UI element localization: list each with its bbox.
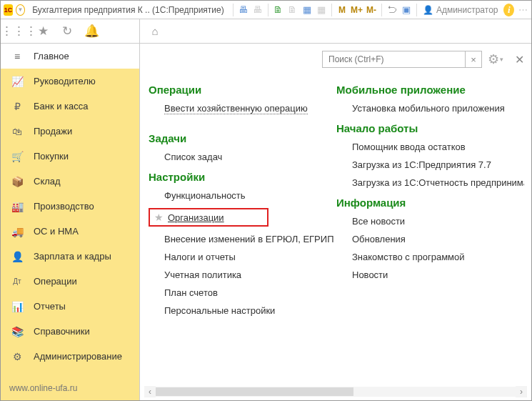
sidebar-item-label: Банк и касса <box>34 101 89 112</box>
sidebar-item-operations[interactable]: Дт Операции <box>1 269 139 294</box>
left-column: Операции Ввести хозяйственную операцию З… <box>149 75 336 323</box>
user-icon: 👤 <box>423 5 433 15</box>
sidebar-item-label: Руководителю <box>34 76 96 86</box>
link-accounting-policy[interactable]: Учетная политика <box>164 269 336 280</box>
link-organizations[interactable]: Организации <box>168 212 224 223</box>
link-egrul[interactable]: Внесение изменений в ЕГРЮЛ, ЕГРИП <box>164 234 336 244</box>
search-clear-icon[interactable]: × <box>465 51 482 68</box>
sidebar-item-label: Продажи <box>34 126 72 137</box>
panel-columns: Операции Ввести хозяйственную операцию З… <box>140 75 531 323</box>
sidebar-item-label: Зарплата и кадры <box>34 251 111 262</box>
home-icon[interactable]: ⌂ <box>147 24 163 39</box>
sidebar-item-warehouse[interactable]: 📦 Склад <box>1 169 139 194</box>
debit-credit-icon: Дт <box>11 277 24 285</box>
toolbar-row: ⋮⋮⋮ ★ ↻ 🔔 ⌂ <box>1 19 531 44</box>
memory-mplus-icon[interactable]: M+ <box>351 3 363 17</box>
link-all-news[interactable]: Все новости <box>352 216 524 227</box>
right-column: Мобильное приложение Установка мобильног… <box>336 75 524 323</box>
section-title-operations: Операции <box>149 84 336 96</box>
section-title-settings: Настройки <box>149 171 336 183</box>
close-panel-icon[interactable]: ✕ <box>515 53 524 66</box>
link-updates[interactable]: Обновления <box>352 234 524 244</box>
sidebar-item-catalogs[interactable]: 📚 Справочники <box>1 319 139 344</box>
separator <box>381 4 382 16</box>
separator <box>331 4 332 16</box>
sidebar-item-label: Производство <box>34 201 94 212</box>
user-name: Администратор <box>436 5 498 15</box>
content-panel: × ⚙▾ ✕ Операции Ввести хозяйственную опе… <box>140 44 531 400</box>
scroll-right-icon[interactable]: › <box>516 386 527 397</box>
sidebar-item-salary[interactable]: 👤 Зарплата и кадры <box>1 244 139 269</box>
link-news[interactable]: Новости <box>352 269 524 280</box>
sidebar-item-admin[interactable]: ⚙ Администрирование <box>1 344 139 369</box>
apps-icon[interactable]: ⋮⋮⋮ <box>11 24 26 39</box>
link-intro[interactable]: Знакомство с программой <box>352 252 524 262</box>
person-icon: 👤 <box>11 251 24 262</box>
memory-mminus-icon[interactable]: M- <box>366 3 377 17</box>
panel-toolbar: × ⚙▾ ✕ <box>140 44 531 75</box>
horizontal-scrollbar[interactable]: ‹ › <box>144 386 527 397</box>
link-personal-settings[interactable]: Персональные настройки <box>164 305 336 316</box>
print-icon[interactable]: 🖶 <box>238 3 249 17</box>
link-task-list[interactable]: Список задач <box>164 152 336 162</box>
link-balance-assistant[interactable]: Помощник ввода остатков <box>352 142 524 152</box>
sidebar-item-main[interactable]: ≡ Главное <box>1 44 139 69</box>
bars-icon: 📊 <box>11 301 24 312</box>
sidebar-item-label: Операции <box>34 276 77 287</box>
info-icon[interactable]: i <box>503 4 514 16</box>
link-accounts-plan[interactable]: План счетов <box>164 287 336 298</box>
calculator-icon[interactable]: ▦ <box>316 3 327 17</box>
star-icon[interactable]: ★ <box>154 212 164 223</box>
sidebar-item-label: Склад <box>34 176 61 187</box>
link-functionality[interactable]: Функциональность <box>164 190 336 201</box>
sidebar-footer: www.online-ufa.ru <box>1 376 139 400</box>
favorite-star-icon[interactable]: ★ <box>35 24 51 39</box>
sidebar-item-label: ОС и НМА <box>34 226 79 237</box>
print-preview-icon[interactable]: 🖶 <box>252 3 264 17</box>
separator <box>268 4 268 16</box>
back-icon[interactable]: ⮌ <box>386 3 398 17</box>
sidebar-item-manager[interactable]: 📈 Руководителю <box>1 69 139 94</box>
user-label[interactable]: 👤 Администратор <box>423 5 498 15</box>
search-input[interactable] <box>322 51 465 68</box>
history-icon[interactable]: ↻ <box>59 24 75 39</box>
sidebar-item-sales[interactable]: 🛍 Продажи <box>1 119 139 144</box>
memory-m-icon[interactable]: M <box>336 3 348 17</box>
sidebar-item-bank[interactable]: ₽ Банк и касса <box>1 94 139 119</box>
section-title-start: Начало работы <box>336 122 524 134</box>
calendar-icon[interactable]: ▦ <box>301 3 313 17</box>
link-import-77[interactable]: Загрузка из 1С:Предприятия 7.7 <box>352 159 524 170</box>
box-icon: 📦 <box>11 176 24 187</box>
sidebar: ≡ Главное 📈 Руководителю ₽ Банк и касса … <box>1 44 140 400</box>
windows-icon[interactable]: ▣ <box>401 3 412 17</box>
menu-icon: ≡ <box>11 51 24 62</box>
sidebar-item-reports[interactable]: 📊 Отчеты <box>1 294 139 319</box>
cart-icon: 🛒 <box>11 151 24 162</box>
notifications-icon[interactable]: 🔔 <box>84 24 99 39</box>
app-title: Бухгалтерия предприятия К .. (1С:Предпри… <box>32 5 224 15</box>
link-taxes[interactable]: Налоги и отчеты <box>164 252 336 262</box>
sidebar-item-purchases[interactable]: 🛒 Покупки <box>1 144 139 169</box>
compare-icon[interactable]: 🗎 <box>287 3 298 17</box>
scroll-thumb[interactable] <box>156 387 353 396</box>
save-icon[interactable]: 🗎 <box>273 3 284 17</box>
sidebar-item-assets[interactable]: 🚚 ОС и НМА <box>1 219 139 244</box>
scroll-track[interactable] <box>156 387 516 397</box>
menu-dots-icon[interactable]: ⋯ <box>517 3 528 17</box>
main-area: ≡ Главное 📈 Руководителю ₽ Банк и касса … <box>1 44 531 400</box>
scroll-left-icon[interactable]: ‹ <box>144 386 156 397</box>
ruble-icon: ₽ <box>11 101 24 112</box>
bag-icon: 🛍 <box>11 126 24 137</box>
settings-gear-icon[interactable]: ⚙▾ <box>488 51 503 67</box>
section-title-mobile: Мобильное приложение <box>336 84 524 96</box>
link-import-reporting[interactable]: Загрузка из 1С:Отчетность предпринимател… <box>352 177 524 188</box>
sidebar-item-production[interactable]: 🏭 Производство <box>1 194 139 219</box>
link-mobile-install[interactable]: Установка мобильного приложения <box>352 103 524 114</box>
sidebar-item-label: Главное <box>34 51 69 61</box>
dropdown-icon[interactable]: ▼ <box>16 4 25 16</box>
title-bar: 1C ▼ Бухгалтерия предприятия К .. (1С:Пр… <box>1 1 531 19</box>
link-create-operation[interactable]: Ввести хозяйственную операцию <box>164 103 308 114</box>
separator <box>416 4 417 16</box>
books-icon: 📚 <box>11 326 24 337</box>
highlight-organizations: ★ Организации <box>149 208 268 227</box>
